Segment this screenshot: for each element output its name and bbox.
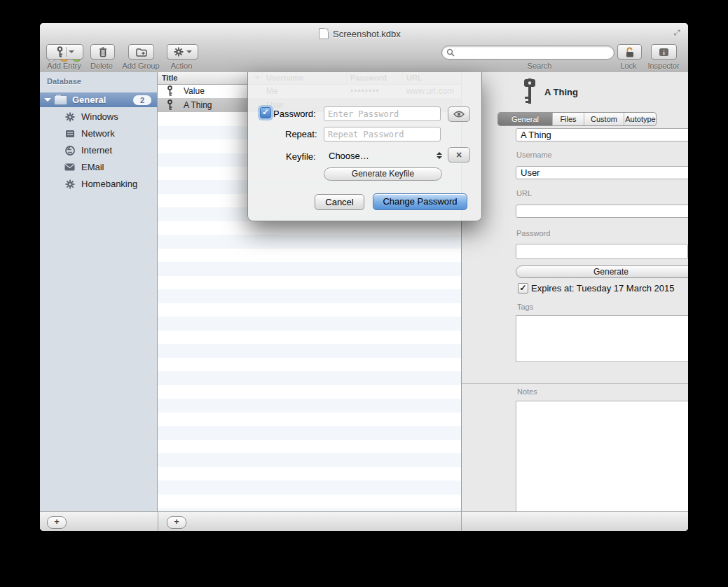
add-entry-label: Add Entry bbox=[43, 62, 85, 70]
key-icon bbox=[56, 46, 64, 57]
envelope-icon bbox=[64, 162, 75, 172]
add-group-label: Add Group bbox=[118, 62, 164, 70]
username-label: Username bbox=[516, 151, 552, 159]
reveal-password-button[interactable] bbox=[448, 106, 470, 122]
url-field[interactable] bbox=[516, 205, 688, 218]
sidebar-item-email[interactable]: EMail bbox=[40, 160, 157, 174]
change-password-button[interactable]: Change Password bbox=[373, 193, 467, 210]
eye-icon bbox=[453, 111, 465, 118]
cancel-button[interactable]: Cancel bbox=[315, 194, 364, 210]
inspector-label: Inspector bbox=[640, 62, 687, 70]
search-icon bbox=[446, 48, 455, 57]
username-field[interactable] bbox=[516, 166, 688, 179]
toolbar: Screenshot.kdbx ⤢ Add Entry Delete Add G… bbox=[40, 23, 688, 73]
window-title: Screenshot.kdbx bbox=[319, 28, 401, 39]
trash-icon bbox=[99, 47, 107, 57]
stepper-icon[interactable] bbox=[437, 149, 443, 160]
add-group-button[interactable] bbox=[128, 44, 154, 60]
column-header-title[interactable]: Title bbox=[162, 74, 177, 82]
expires-checkbox[interactable]: ✓ bbox=[518, 283, 528, 294]
title-field[interactable] bbox=[516, 128, 688, 141]
gear-icon bbox=[64, 111, 75, 122]
gear-icon bbox=[64, 179, 75, 189]
screen: Screenshot.kdbx ⤢ Add Entry Delete Add G… bbox=[0, 0, 728, 587]
url-label: URL bbox=[516, 189, 532, 198]
chevron-down-icon bbox=[69, 50, 74, 56]
change-password-sheet: ✓ Password: Repeat: Keyfile: Choose… × G… bbox=[247, 72, 482, 221]
globe-icon bbox=[64, 145, 75, 156]
tab-autotype[interactable]: Autotype bbox=[624, 113, 657, 125]
action-label: Action bbox=[164, 62, 199, 70]
tab-general[interactable]: General bbox=[498, 113, 553, 125]
add-entry-footer-button[interactable]: + bbox=[167, 516, 186, 529]
inspector-button[interactable]: i bbox=[651, 44, 677, 60]
expires-label: Expires at: Tuesday 17 March 2015 bbox=[531, 283, 675, 294]
close-icon: × bbox=[456, 149, 462, 160]
document-icon bbox=[319, 28, 329, 39]
tab-custom[interactable]: Custom bbox=[584, 113, 624, 125]
key-icon bbox=[167, 99, 173, 110]
count-badge: 2 bbox=[133, 95, 151, 105]
keyfile-popup[interactable]: Choose… bbox=[329, 151, 369, 161]
tab-files[interactable]: Files bbox=[553, 113, 584, 125]
generate-password-button[interactable]: Generate bbox=[516, 265, 688, 278]
key-icon bbox=[167, 85, 173, 96]
padlock-open-icon bbox=[625, 47, 635, 57]
info-icon: i bbox=[659, 48, 669, 57]
generate-keyfile-button[interactable]: Generate Keyfile bbox=[324, 167, 442, 181]
sidebar-group-general[interactable]: General 2 bbox=[40, 92, 157, 107]
inspector-panel: A Thing General Files Custom Autotype Us… bbox=[461, 72, 688, 511]
search-label: Search bbox=[508, 62, 571, 70]
inspector-tabs: General Files Custom Autotype bbox=[497, 112, 657, 126]
entry-list-footer: + bbox=[158, 511, 461, 531]
search-field[interactable] bbox=[441, 46, 614, 60]
sidebar-footer: + bbox=[40, 511, 158, 531]
add-entry-button[interactable] bbox=[46, 44, 83, 60]
delete-button[interactable] bbox=[90, 44, 115, 60]
repeat-password-input[interactable] bbox=[324, 127, 441, 141]
keyfile-label: Keyfile: bbox=[286, 151, 316, 162]
fullscreen-icon[interactable]: ⤢ bbox=[671, 27, 683, 37]
password-enabled-checkbox[interactable]: ✓ bbox=[260, 107, 271, 118]
sidebar: Database General 2 Windows Network Inter… bbox=[40, 72, 158, 511]
gear-icon bbox=[174, 47, 184, 57]
sidebar-section-header: Database bbox=[47, 77, 81, 85]
app-window: Screenshot.kdbx ⤢ Add Entry Delete Add G… bbox=[40, 23, 688, 531]
repeat-label: Repeat: bbox=[285, 129, 317, 139]
disclosure-triangle-icon[interactable] bbox=[44, 98, 51, 105]
lock-button[interactable] bbox=[617, 44, 642, 60]
sidebar-item-internet[interactable]: Internet bbox=[40, 144, 157, 157]
folder-plus-icon bbox=[136, 48, 147, 57]
divider bbox=[462, 383, 688, 384]
inspector-footer bbox=[461, 511, 688, 531]
tags-label: Tags bbox=[517, 303, 533, 311]
inspector-entry-title: A Thing bbox=[544, 87, 578, 97]
sidebar-group-label: General bbox=[72, 95, 133, 105]
sidebar-item-homebanking[interactable]: Homebanking bbox=[40, 177, 157, 191]
delete-label: Delete bbox=[84, 62, 119, 70]
action-button[interactable] bbox=[167, 44, 198, 60]
add-group-footer-button[interactable]: + bbox=[47, 516, 67, 529]
folder-icon bbox=[54, 95, 67, 105]
sidebar-item-windows[interactable]: Windows bbox=[40, 110, 157, 123]
tags-field[interactable] bbox=[516, 315, 688, 362]
server-icon bbox=[64, 128, 75, 139]
key-icon bbox=[521, 78, 538, 104]
password-label: Password: bbox=[273, 109, 316, 119]
sidebar-item-network[interactable]: Network bbox=[40, 127, 157, 140]
new-password-input[interactable] bbox=[324, 106, 441, 121]
clear-keyfile-button[interactable]: × bbox=[448, 147, 470, 163]
chevron-down-icon bbox=[186, 50, 192, 56]
password-label: Password bbox=[516, 229, 550, 237]
notes-label: Notes bbox=[517, 387, 537, 396]
password-field[interactable] bbox=[516, 244, 688, 259]
search-input[interactable] bbox=[455, 47, 598, 58]
